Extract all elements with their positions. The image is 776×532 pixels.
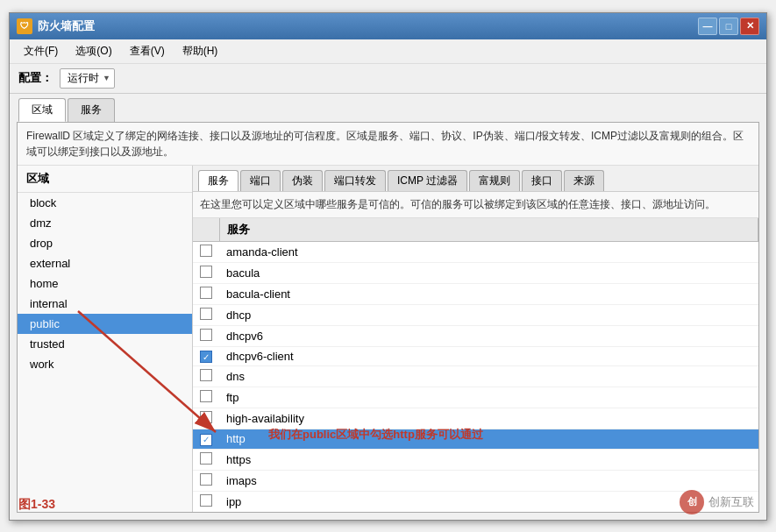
checkbox-http[interactable]: ✓ [200,434,212,446]
table-row[interactable]: amanda-client [193,241,758,262]
window-controls: — □ ✕ [698,18,759,35]
service-name-dhcpv6-client: dhcpv6-client [219,346,758,366]
config-bar: 配置： 运行时 ▼ [10,64,766,94]
service-name-https: https [219,449,758,470]
checkbox-amanda-client[interactable] [200,245,212,257]
checkbox-bacula-client[interactable] [200,287,212,299]
watermark-text: 创新互联 [708,494,754,510]
col-checkbox [193,218,219,242]
table-row[interactable]: bacula-client [193,283,758,304]
checkbox-dhcpv6-client[interactable]: ✓ [200,351,212,363]
table-row[interactable]: https [193,449,758,470]
zone-item-trusted[interactable]: trusted [18,334,192,354]
menu-options[interactable]: 选项(O) [68,42,118,60]
service-name-bacula: bacula [219,262,758,283]
dropdown-arrow-icon: ▼ [103,74,110,82]
service-name-amanda-client: amanda-client [219,241,758,262]
service-name-dhcp: dhcp [219,304,758,325]
zone-item-home[interactable]: home [18,273,192,294]
menu-help[interactable]: 帮助(H) [175,42,225,60]
right-panel: 服务 端口 伪装 端口转发 ICMP 过滤器 富规则 接口 来源 在这里您可以定… [193,166,758,512]
subtab-services[interactable]: 服务 [198,170,238,191]
zone-item-public[interactable]: public [18,314,192,334]
main-tabs: 区域 服务 [10,94,766,122]
menu-file[interactable]: 文件(F) [17,42,65,60]
tab-zones[interactable]: 区域 [18,98,66,122]
zone-item-block[interactable]: block [18,193,192,213]
zone-item-internal[interactable]: internal [18,294,192,314]
table-row[interactable]: ✓ dhcpv6-client [193,346,758,366]
subtab-interface[interactable]: 接口 [522,170,562,191]
services-container[interactable]: 服务 amanda-client bacula [193,218,758,512]
minimize-button[interactable]: — [698,18,717,35]
checkbox-bacula[interactable] [200,266,212,278]
app-icon: 🛡 [17,18,32,34]
table-row[interactable]: dhcp [193,304,758,325]
table-row[interactable]: dns [193,366,758,387]
window-title: 防火墙配置 [38,18,698,34]
menu-bar: 文件(F) 选项(O) 查看(V) 帮助(H) [10,39,766,64]
config-label: 配置： [18,70,53,86]
services-table: 服务 amanda-client bacula [193,218,758,512]
table-row[interactable]: bacula [193,262,758,283]
config-value: 运行时 [68,71,99,86]
checkbox-high-availability[interactable] [200,411,212,423]
checkbox-dhcpv6[interactable] [200,329,212,341]
annotation-text: 我们在public区域中勾选http服务可以通过 [268,427,483,443]
checkbox-dhcp[interactable] [200,308,212,320]
tab-services[interactable]: 服务 [68,98,115,122]
zone-panel: 区域 block dmz drop external home internal… [18,166,193,512]
maximize-button[interactable]: □ [719,18,738,35]
checkbox-dns[interactable] [200,369,212,381]
watermark-icon: 创 [680,490,704,514]
checkbox-ftp[interactable] [200,390,212,402]
zone-list: block dmz drop external home internal pu… [18,193,192,512]
close-button[interactable]: ✕ [740,18,759,35]
sub-tabs: 服务 端口 伪装 端口转发 ICMP 过滤器 富规则 接口 来源 [193,166,758,192]
subtab-icmp[interactable]: ICMP 过滤器 [388,170,467,191]
subtab-masquerade[interactable]: 伪装 [282,170,323,191]
menu-view[interactable]: 查看(V) [123,42,172,60]
subtab-port-forward[interactable]: 端口转发 [324,170,386,191]
subtab-rich-rules[interactable]: 富规则 [469,170,520,191]
description-text: FirewallD 区域定义了绑定的网络连接、接口以及源地址的可信程度。区域是服… [18,123,758,166]
service-name-imaps: imaps [219,470,758,491]
col-service-name: 服务 [219,218,758,242]
checkbox-https[interactable] [200,452,212,465]
config-dropdown[interactable]: 运行时 ▼ [60,68,115,89]
title-bar: 🛡 防火墙配置 — □ ✕ [10,13,766,39]
checkbox-ipp[interactable] [200,494,212,507]
service-name-ipp: ipp [219,491,758,512]
zone-item-external[interactable]: external [18,253,192,273]
zone-item-work[interactable]: work [18,354,192,374]
table-row[interactable]: dhcpv6 [193,325,758,346]
table-row[interactable]: ipp [193,491,758,512]
table-row[interactable]: imaps [193,470,758,491]
zone-header: 区域 [18,166,192,193]
service-name-dhcpv6: dhcpv6 [219,325,758,346]
watermark: 创 创新互联 [680,490,754,514]
figure-label: 图1-33 [18,497,55,513]
subtab-ports[interactable]: 端口 [240,170,281,191]
zone-item-dmz[interactable]: dmz [18,213,192,233]
service-name-dns: dns [219,366,758,387]
services-description: 在这里您可以定义区域中哪些服务是可信的。可信的服务可以被绑定到该区域的任意连接、… [193,192,758,218]
service-name-ftp: ftp [219,387,758,408]
checkbox-imaps[interactable] [200,473,212,486]
service-name-bacula-client: bacula-client [219,283,758,304]
zone-item-drop[interactable]: drop [18,233,192,253]
table-row[interactable]: ftp [193,387,758,408]
subtab-source[interactable]: 来源 [564,170,604,191]
